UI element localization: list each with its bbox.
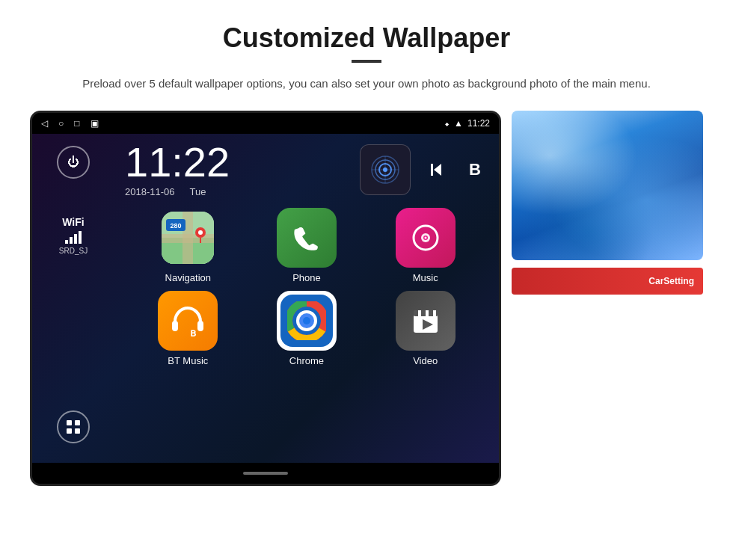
skip-back-icon [427, 161, 445, 179]
video-svg [408, 303, 444, 339]
carsetting-label: CarSetting [648, 276, 694, 286]
content-area: ◁ ○ □ ▣ ⬥ ▲ 11:22 ⏻ [30, 111, 703, 486]
date-value: 2018-11-06 [125, 186, 175, 197]
app-item-chrome[interactable]: Chrome [251, 291, 363, 366]
bottom-strip [32, 463, 499, 484]
svg-rect-3 [75, 428, 80, 434]
svg-rect-1 [75, 420, 80, 425]
ice-wallpaper-thumb[interactable] [512, 111, 703, 260]
title-divider [352, 60, 381, 63]
phone-icon [277, 208, 337, 268]
wifi-icon-box[interactable] [360, 144, 411, 195]
status-time: 11:22 [467, 118, 490, 129]
location-status-icon: ⬥ [444, 118, 450, 129]
svg-rect-11 [431, 164, 433, 176]
app-item-video[interactable]: Video [369, 291, 481, 366]
phone-svg [290, 221, 323, 254]
main-content: 11:22 2018-11-06 Tue [114, 134, 499, 463]
svg-rect-35 [426, 310, 429, 316]
back-icon[interactable]: ◁ [41, 118, 48, 129]
day-value: Tue [190, 186, 206, 197]
bt-music-label: BT Music [168, 355, 208, 366]
music-svg [409, 221, 442, 254]
bar2 [70, 237, 73, 244]
skip-back-button[interactable] [423, 156, 450, 183]
wifi-status-icon: ▲ [454, 118, 463, 129]
apps-grid-button[interactable] [57, 410, 90, 443]
top-row: 11:22 2018-11-06 Tue [125, 141, 488, 197]
music-icon [396, 208, 456, 268]
grid-icon [66, 419, 81, 434]
video-label: Video [413, 355, 438, 366]
bar1 [65, 240, 68, 244]
app-item-navigation[interactable]: 280 Navigation [132, 208, 244, 283]
ice-wallpaper-image [512, 111, 703, 260]
status-bar-left: ◁ ○ □ ▣ [41, 118, 99, 129]
wallpaper-thumbnails: CarSetting [512, 111, 703, 302]
app-item-phone[interactable]: Phone [251, 208, 363, 283]
sidebar: ⏻ WiFi SRD_SJ [32, 134, 114, 463]
ice-texture [512, 111, 703, 260]
wifi-widget: WiFi SRD_SJ [59, 216, 88, 255]
svg-marker-10 [434, 164, 441, 176]
status-bar: ◁ ○ □ ▣ ⬥ ▲ 11:22 [32, 113, 499, 134]
bt-music-svg: ʙ [168, 301, 208, 341]
clock-area: 11:22 2018-11-06 Tue [125, 141, 348, 197]
music-label: Music [413, 272, 438, 283]
wifi-ssid: SRD_SJ [59, 247, 88, 255]
device-frame: ◁ ○ □ ▣ ⬥ ▲ 11:22 ⏻ [30, 111, 501, 486]
svg-text:280: 280 [171, 222, 182, 230]
carsetting-strip[interactable]: CarSetting [512, 268, 703, 295]
main-screen: ⏻ WiFi SRD_SJ [32, 134, 499, 463]
navigation-icon: 280 [158, 208, 218, 268]
recents-icon[interactable]: □ [74, 118, 79, 129]
home-icon[interactable]: ○ [58, 118, 64, 129]
bar4 [79, 231, 82, 244]
bar3 [74, 234, 77, 244]
svg-rect-2 [67, 428, 72, 434]
scroll-indicator [243, 472, 288, 475]
chrome-label: Chrome [289, 355, 324, 366]
b-button[interactable]: B [461, 156, 488, 183]
svg-rect-26 [197, 321, 203, 331]
map-svg: 280 [162, 212, 214, 264]
svg-text:ʙ: ʙ [190, 327, 196, 339]
map-icon-inner: 280 [162, 212, 214, 264]
wifi-label: WiFi [59, 216, 88, 228]
app-item-bt-music[interactable]: ʙ BT Music [132, 291, 244, 366]
phone-label: Phone [292, 272, 321, 283]
clock-time: 11:22 [125, 141, 348, 183]
navigation-label: Navigation [165, 272, 211, 283]
page-title: Customized Wallpaper [30, 22, 703, 54]
power-icon: ⏻ [67, 156, 79, 169]
page-wrapper: Customized Wallpaper Preload over 5 defa… [0, 0, 733, 501]
status-bar-right: ⬥ ▲ 11:22 [444, 118, 490, 129]
svg-rect-25 [172, 321, 178, 331]
app-grid: 280 Navigation [125, 208, 488, 366]
video-icon [396, 291, 456, 351]
svg-rect-36 [433, 310, 436, 316]
wifi-signal-icon [370, 155, 400, 185]
svg-rect-34 [418, 310, 421, 316]
chrome-svg [287, 301, 326, 340]
svg-point-24 [424, 237, 426, 239]
svg-rect-15 [162, 234, 214, 243]
bt-music-icon: ʙ [158, 291, 218, 351]
screenshot-icon[interactable]: ▣ [91, 118, 99, 129]
svg-point-19 [198, 230, 203, 235]
power-button[interactable]: ⏻ [57, 146, 90, 179]
chrome-icon [277, 291, 337, 351]
clock-date: 2018-11-06 Tue [125, 186, 348, 197]
app-item-music[interactable]: Music [369, 208, 481, 283]
svg-point-31 [303, 317, 310, 324]
page-description: Preload over 5 default wallpaper options… [75, 75, 658, 93]
wifi-signal-bars [59, 231, 88, 244]
svg-rect-0 [67, 420, 72, 425]
